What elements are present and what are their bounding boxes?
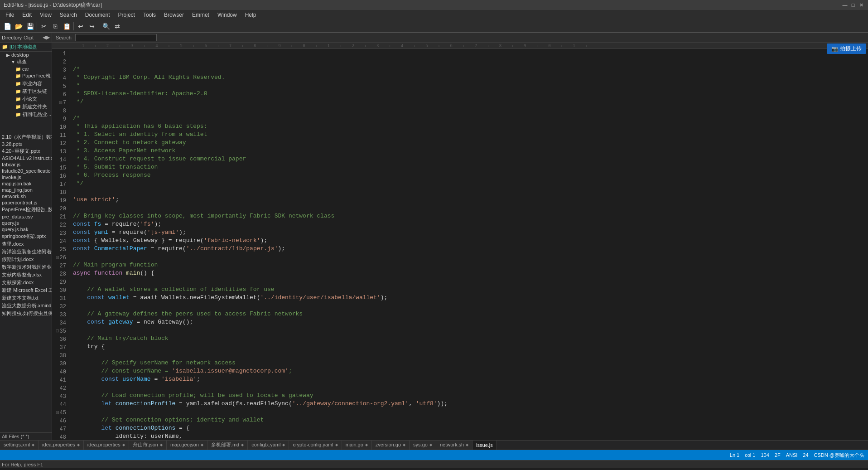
tab-zversion-go[interactable]: zversion.go◆ [372,440,410,450]
file-item[interactable]: springboot框架.pptx [0,233,52,240]
sidebar-nav-left[interactable]: ◀ [43,34,46,40]
tree-item[interactable]: 📁基于区块链 [0,87,52,95]
code-line-13: * 5. Submit transaction [73,163,868,171]
tab-configtx-yaml[interactable]: configtx.yaml◆ [248,440,289,450]
line-number-14: 14 [52,156,66,164]
file-item[interactable]: fabcar.js [0,161,52,168]
code-line-21: const yaml = require('js-yaml'); [73,228,868,237]
window-controls[interactable]: — □ ✕ [842,2,864,8]
search-input[interactable] [75,34,157,41]
undo-btn[interactable]: ↩ [75,21,86,31]
file-item[interactable]: papercontract.js [0,199,52,206]
menu-item-window[interactable]: Window [214,11,241,19]
tab------md[interactable]: 多机部署.md◆ [207,440,248,450]
tree-item[interactable]: 📁新建文件夹 [0,103,52,111]
code-line-15: */ [73,179,868,188]
line-number-21: 21 [52,213,66,221]
tree-item[interactable]: 📁初回电品业... [0,111,52,118]
tab-main-go[interactable]: main.go◆ [342,440,372,450]
menu-item-document[interactable]: Document [82,11,114,19]
tab-sys-go[interactable]: sys.go◆ [410,440,436,450]
tab-crypto-config-yaml[interactable]: crypto-config.yaml◆ [289,440,342,450]
tree-item[interactable]: 📁car [0,66,52,72]
tab-map-geojson[interactable]: map.geojson◆ [167,440,207,450]
help-text: For Help, press F1 [2,462,43,467]
line-number-10: 10 [52,123,66,131]
tree-item[interactable]: 📁小论文 [0,95,52,103]
tree-item[interactable]: 📁毕业内容 [0,80,52,87]
file-item[interactable]: 3.28.pptx [0,141,52,147]
tab-idea-properties[interactable]: idea.properties◆ [84,440,129,450]
file-item[interactable]: 文献探索.docx [0,279,52,286]
tab-network-sh[interactable]: network.sh◆ [436,440,473,450]
close-btn[interactable]: ✕ [858,2,864,8]
tree-item[interactable]: ▶desktop [0,52,52,58]
line-number-44: 44 [52,401,66,409]
find-btn[interactable]: 🔍 [101,21,111,31]
line-number-40: 40 [52,368,66,376]
file-item[interactable]: 查里.docx [0,240,52,248]
cut-btn[interactable]: ✂ [39,21,49,31]
sidebar-nav-right[interactable]: ▶ [46,34,50,40]
tree-item[interactable]: ▼稿查 [0,58,52,66]
copy-btn[interactable]: ⎘ [50,21,61,31]
file-item[interactable]: query.js.bak [0,226,52,233]
menu-item-help[interactable]: Help [241,11,260,19]
minimize-btn[interactable]: — [842,2,848,8]
menu-item-emmet[interactable]: Emmet [188,11,213,19]
line-number-28: 28 [52,270,66,278]
status-mode: 24 [803,452,808,458]
redo-btn[interactable]: ↪ [87,21,97,31]
open-btn[interactable]: 📂 [13,21,24,31]
paste-btn[interactable]: 📋 [61,21,72,31]
file-item[interactable]: 海洋渔业装备生物附着控 [0,248,52,256]
file-item[interactable]: invoke.js [0,174,52,180]
file-item[interactable]: 4.20+重楼文.pptx [0,147,52,155]
tab-----json[interactable]: 舟山市.json◆ [129,440,167,450]
code-line-35: try { [73,343,868,351]
file-item[interactable]: map_jing.json [0,187,52,193]
save-btn[interactable]: 💾 [24,21,35,31]
tab-idea-properties[interactable]: idea.properties◆ [39,440,84,450]
line-numbers: 123456⊟789101112131415161718192021222324… [52,49,69,440]
file-item[interactable]: 文献内容整合.xlsx [0,271,52,279]
menu-item-view[interactable]: View [36,11,55,19]
file-item[interactable]: ASIO4ALL v2 Instructio [0,155,52,161]
new-btn[interactable]: 📄 [2,21,13,31]
tab-issue-js[interactable]: issue.js [473,440,497,450]
file-item[interactable]: 渔业大数据分析.xmind [0,302,52,310]
sidebar-root[interactable]: 📁 [D] 本地磁盘 [0,43,52,52]
directory-label: Directory [2,35,22,40]
menu-item-project[interactable]: Project [115,11,139,19]
code-line-22: const { Wallets, Gateway } = require('fa… [73,237,868,245]
file-item[interactable]: pre_datas.csv [0,213,52,220]
file-item[interactable]: 假期计划.docx [0,256,52,263]
tree-item[interactable]: 📁PaperFree检 [0,72,52,80]
line-number-31: 31 [52,295,66,303]
maximize-btn[interactable]: □ [850,2,856,8]
file-item[interactable]: map.json.bak [0,180,52,187]
menu-item-browser[interactable]: Browser [160,11,188,19]
file-item[interactable]: PaperFree检测报告_数字 [0,206,52,213]
code-line-5: */ [73,98,868,106]
code-content[interactable]: /* * Copyright IBM Corp. All Rights Rese… [69,49,868,440]
code-container[interactable]: 123456⊟789101112131415161718192021222324… [52,49,868,440]
file-item[interactable]: 新建文本文档.txt [0,294,52,302]
file-item[interactable]: query.js [0,220,52,226]
upload-button[interactable]: 📷 拍摄上传 [827,44,866,54]
tab-settings-xml[interactable]: settings.xml◆ [0,440,39,450]
code-line-20: const fs = require('fs'); [73,220,868,228]
file-item[interactable]: 知网搜虫.如何搜虫且保留 [0,310,52,317]
menu-item-edit[interactable]: Edit [19,11,35,19]
file-item[interactable]: network.sh [0,193,52,199]
file-item[interactable]: 新建 Microsoft Excel 工 [0,286,52,294]
file-item[interactable]: 2.10（水产学报版）数字系 [0,133,52,141]
editor-area: 📷 拍摄上传 ----1----+----2----+----3----+---… [52,43,868,440]
file-item[interactable]: 数字新技术对我国渔业养 [0,263,52,271]
file-item[interactable]: fistudio20_specificatio [0,168,52,174]
menu-item-search[interactable]: Search [56,11,81,19]
line-number-23: 23 [52,229,66,237]
replace-btn[interactable]: ⇄ [112,21,123,31]
menu-item-file[interactable]: File [2,11,18,19]
menu-item-tools[interactable]: Tools [140,11,159,19]
